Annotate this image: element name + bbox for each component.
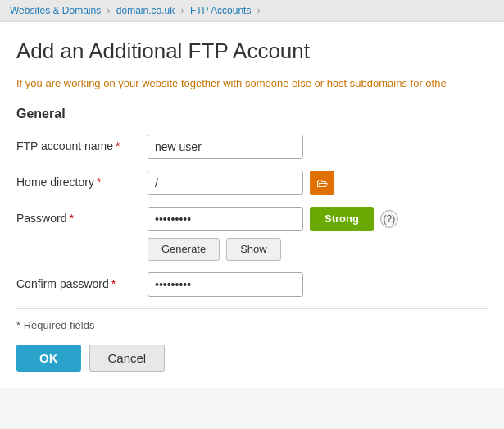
action-row: OK Cancel: [16, 345, 488, 372]
breadcrumb-domain[interactable]: domain.co.uk: [116, 5, 175, 16]
cancel-button[interactable]: Cancel: [89, 345, 166, 372]
help-button[interactable]: (?): [380, 210, 398, 228]
password-btn-row: Generate Show: [148, 238, 398, 261]
confirm-required: *: [111, 277, 116, 290]
password-input[interactable]: [148, 207, 303, 231]
divider: [16, 308, 488, 309]
password-row1: Strong (?): [148, 207, 398, 231]
home-dir-control: 🗁: [148, 171, 488, 195]
home-dir-input[interactable]: [148, 171, 303, 195]
home-dir-label: Home directory*: [16, 171, 148, 189]
required-note: * Required fields: [16, 319, 488, 331]
strength-badge: Strong: [310, 207, 374, 231]
breadcrumb: Websites & Domains › domain.co.uk › FTP …: [0, 0, 504, 22]
ftp-name-label: FTP account name*: [16, 135, 148, 153]
ftp-name-input[interactable]: [148, 135, 303, 159]
page-title: Add an Additional FTP Account: [16, 39, 488, 64]
breadcrumb-sep2: ›: [181, 5, 184, 16]
show-button[interactable]: Show: [226, 238, 281, 261]
home-dir-row: Home directory* 🗁: [16, 171, 488, 195]
breadcrumb-sep3: ›: [257, 5, 261, 16]
info-banner: If you are working on your website toget…: [16, 75, 488, 92]
confirm-password-label: Confirm password*: [16, 272, 148, 290]
confirm-password-row: Confirm password*: [16, 272, 488, 297]
generate-button[interactable]: Generate: [148, 238, 220, 261]
confirm-password-input[interactable]: [148, 272, 303, 297]
password-required: *: [69, 212, 73, 225]
breadcrumb-websites[interactable]: Websites & Domains: [10, 5, 101, 16]
password-label: Password*: [16, 207, 148, 225]
password-row: Password* Strong (?) Generate Show: [16, 207, 488, 261]
confirm-password-control: [148, 272, 488, 297]
ftp-name-control: [148, 135, 488, 159]
section-title: General: [16, 107, 488, 121]
breadcrumb-ftp[interactable]: FTP Accounts: [190, 5, 251, 16]
breadcrumb-sep1: ›: [107, 5, 111, 16]
home-dir-required: *: [97, 176, 101, 189]
password-wrap: Strong (?) Generate Show: [148, 207, 398, 261]
password-control: Strong (?) Generate Show: [148, 207, 488, 261]
page-content: Add an Additional FTP Account If you are…: [0, 22, 504, 388]
ftp-name-row: FTP account name*: [16, 135, 488, 159]
ftp-name-required: *: [116, 139, 120, 153]
ok-button[interactable]: OK: [16, 345, 81, 372]
folder-button[interactable]: 🗁: [310, 171, 334, 195]
folder-icon: 🗁: [316, 176, 328, 189]
